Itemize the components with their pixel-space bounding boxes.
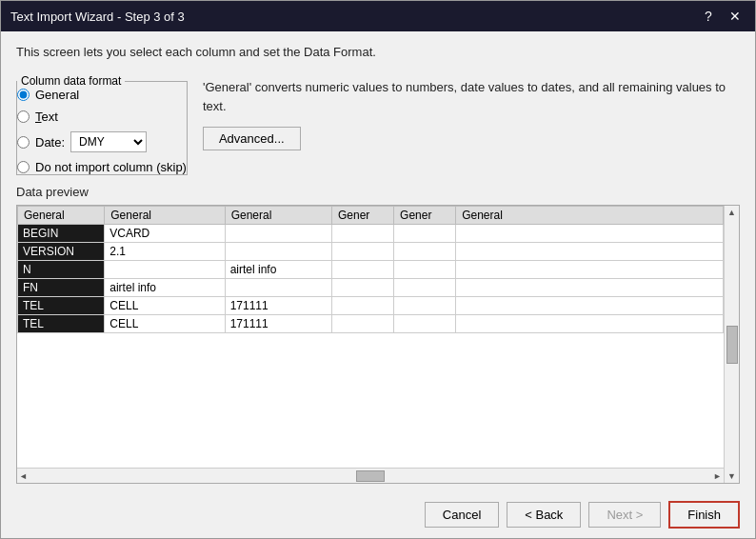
back-button[interactable]: < Back: [507, 502, 581, 528]
table-cell: CELL: [105, 315, 225, 333]
table-cell: 171111: [225, 315, 331, 333]
title-bar: Text Import Wizard - Step 3 of 3 ? ✕: [1, 1, 755, 31]
table-cell: [456, 243, 724, 261]
data-preview-label: Data preview: [16, 185, 740, 199]
scroll-down-arrow[interactable]: ▼: [727, 471, 736, 481]
table-cell: TEL: [18, 315, 105, 333]
cancel-button[interactable]: Cancel: [425, 502, 499, 528]
help-button[interactable]: ?: [698, 6, 719, 27]
table-cell: [456, 297, 724, 315]
radio-text-label: Text: [35, 110, 58, 124]
table-cell: [331, 243, 393, 261]
table-cell: [105, 261, 225, 279]
radio-general-label: General: [35, 88, 79, 102]
table-row: Nairtel info: [18, 261, 724, 279]
table-row: TELCELL171111: [18, 297, 724, 315]
table-cell: [225, 279, 331, 297]
table-row: BEGINVCARD: [18, 225, 724, 243]
table-cell: [394, 297, 456, 315]
preview-container: General General General Gener Gener Gene…: [16, 205, 740, 484]
date-format-select[interactable]: DMY MDY YMD: [70, 131, 147, 152]
table-row: VERSION2.1: [18, 243, 724, 261]
table-cell: VCARD: [105, 225, 225, 243]
table-cell: [394, 243, 456, 261]
radio-skip[interactable]: Do not import column (skip): [17, 160, 187, 174]
scroll-up-arrow[interactable]: ▲: [727, 208, 736, 217]
main-content: This screen lets you select each column …: [1, 31, 755, 493]
radio-skip-input[interactable]: [17, 161, 30, 173]
table-cell: [394, 279, 456, 297]
radio-general-input[interactable]: [17, 89, 30, 101]
table-cell: N: [18, 261, 105, 279]
radio-group: General Text Date: DMY MDY YMD: [17, 88, 187, 174]
scroll-thumb-horizontal[interactable]: [356, 470, 385, 482]
table-cell: 171111: [225, 297, 331, 315]
table-cell: [456, 279, 724, 297]
info-area: 'General' converts numeric values to num…: [203, 74, 740, 175]
table-cell: [331, 315, 393, 333]
table-cell: [394, 261, 456, 279]
table-row: TELCELL171111: [18, 315, 724, 333]
table-cell: [331, 297, 393, 315]
wizard-window: Text Import Wizard - Step 3 of 3 ? ✕ Thi…: [0, 0, 756, 539]
vertical-scrollbar[interactable]: ▲ ▼: [724, 206, 739, 483]
column-format-legend: Column data format: [17, 74, 125, 88]
table-cell: [331, 261, 393, 279]
table-cell: VERSION: [18, 243, 105, 261]
table-cell: [456, 261, 724, 279]
col-header-5: Gener: [394, 207, 456, 225]
preview-table: General General General Gener Gener Gene…: [17, 206, 724, 333]
table-row: FNairtel info: [18, 279, 724, 297]
table-cell: FN: [18, 279, 105, 297]
table-cell: TEL: [18, 297, 105, 315]
next-button[interactable]: Next >: [588, 502, 661, 528]
finish-button[interactable]: Finish: [668, 501, 740, 529]
column-format-group: Column data format General Text Date:: [16, 74, 188, 175]
scroll-left-arrow[interactable]: ◄: [19, 471, 28, 481]
table-cell: [394, 225, 456, 243]
table-cell: airtel info: [225, 261, 331, 279]
radio-text-input[interactable]: [17, 110, 30, 123]
col-header-2: General: [105, 207, 225, 225]
radio-skip-label: Do not import column (skip): [35, 160, 187, 174]
close-button[interactable]: ✕: [725, 6, 746, 27]
table-cell: [456, 225, 724, 243]
radio-general[interactable]: General: [17, 88, 187, 102]
col-header-1: General: [18, 207, 105, 225]
col-header-3: General: [225, 207, 331, 225]
radio-date[interactable]: Date: DMY MDY YMD: [17, 131, 187, 152]
col-header-6: General: [456, 207, 724, 225]
table-cell: [394, 315, 456, 333]
info-text: 'General' converts numeric values to num…: [203, 74, 740, 115]
main-area: Column data format General Text Date:: [16, 74, 740, 175]
scroll-right-arrow[interactable]: ►: [713, 471, 722, 481]
data-preview-section: Data preview General General General Gen…: [16, 185, 740, 484]
table-cell: BEGIN: [18, 225, 105, 243]
table-cell: [225, 225, 331, 243]
description-text: This screen lets you select each column …: [16, 45, 740, 59]
table-cell: [331, 225, 393, 243]
scroll-thumb-vertical[interactable]: [726, 326, 738, 364]
table-cell: 2.1: [105, 243, 225, 261]
table-cell: airtel info: [105, 279, 225, 297]
radio-text[interactable]: Text: [17, 110, 187, 124]
radio-date-label: Date:: [35, 135, 65, 150]
advanced-button[interactable]: Advanced...: [203, 127, 301, 150]
table-cell: [225, 243, 331, 261]
bottom-bar: Cancel < Back Next > Finish: [1, 493, 755, 538]
title-bar-controls: ? ✕: [698, 6, 746, 27]
radio-date-input[interactable]: [17, 136, 30, 149]
preview-table-wrapper[interactable]: General General General Gener Gener Gene…: [17, 206, 739, 483]
table-header-row: General General General Gener Gener Gene…: [18, 207, 724, 225]
col-header-4: Gener: [331, 207, 393, 225]
window-title: Text Import Wizard - Step 3 of 3: [10, 10, 185, 24]
table-cell: CELL: [105, 297, 225, 315]
table-cell: [456, 315, 724, 333]
horizontal-scrollbar[interactable]: ◄ ►: [17, 468, 724, 483]
table-cell: [331, 279, 393, 297]
